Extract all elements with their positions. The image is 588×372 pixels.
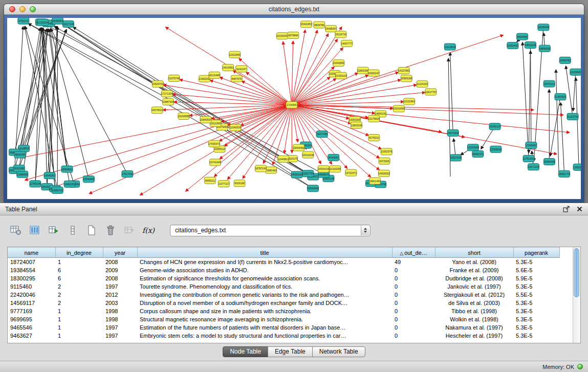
column-header-year[interactable]: year	[103, 248, 137, 258]
network-edge[interactable]	[292, 105, 570, 133]
network-node[interactable]: 10351465	[507, 42, 518, 49]
network-node[interactable]: 17517492	[122, 170, 133, 177]
network-node[interactable]: 18569832	[61, 166, 73, 172]
network-edge[interactable]	[292, 73, 358, 105]
network-node[interactable]: 12152668	[467, 144, 478, 151]
scrollbar-thumb[interactable]	[574, 248, 579, 297]
network-node[interactable]: 8808789	[314, 21, 325, 28]
network-edge[interactable]	[28, 24, 313, 188]
network-node[interactable]: 18491779	[559, 170, 570, 177]
network-node[interactable]: 16206685	[178, 113, 189, 119]
network-node[interactable]: 8487579	[231, 75, 242, 82]
network-node[interactable]: 22527618	[450, 155, 461, 161]
network-node[interactable]: 14067777	[341, 40, 352, 47]
column-header-in-degree[interactable]: in_degree	[55, 248, 103, 258]
network-node[interactable]: 10113793	[567, 113, 578, 120]
network-node[interactable]: 11224320	[417, 81, 428, 87]
dropdown-stepper-icon[interactable]	[361, 226, 369, 235]
network-node[interactable]: 21333324	[37, 19, 49, 26]
network-edge[interactable]	[283, 41, 292, 105]
network-node[interactable]: 12686858	[17, 171, 28, 178]
network-edge[interactable]	[529, 45, 530, 153]
network-node[interactable]: 8373605	[379, 158, 390, 164]
network-node[interactable]: 10669406	[543, 158, 555, 165]
tab-edge-table[interactable]: Edge Table	[268, 346, 313, 357]
network-edge[interactable]	[522, 42, 529, 159]
table-row[interactable]: 1938455462009Genome-wide association stu…	[8, 266, 559, 274]
network-node[interactable]: 18050371	[472, 150, 484, 157]
table-row[interactable]: 1830029562008Estimation of significance …	[8, 274, 559, 282]
table-scrollbar[interactable]	[573, 247, 580, 343]
network-edge[interactable]	[50, 27, 57, 176]
network-node[interactable]: 20070212	[543, 80, 555, 87]
column-header-name[interactable]: name	[8, 248, 55, 258]
network-node[interactable]: 16116716	[335, 31, 346, 38]
zoom-button[interactable]	[30, 6, 36, 12]
network-edge[interactable]	[292, 35, 504, 105]
network-node[interactable]: 12780146	[30, 181, 41, 187]
network-node[interactable]: 15001699	[393, 105, 404, 112]
network-node[interactable]: 14828252	[378, 170, 389, 177]
minimize-button[interactable]	[19, 6, 26, 12]
network-node[interactable]: 22175828	[368, 115, 379, 122]
network-edge[interactable]	[550, 97, 560, 156]
column-header-short[interactable]: short	[435, 248, 513, 258]
network-edge[interactable]	[23, 29, 48, 174]
network-node[interactable]: 22232863	[403, 98, 415, 105]
network-node[interactable]: 21053103	[335, 72, 346, 79]
network-node[interactable]: 9141047	[236, 65, 247, 72]
network-node[interactable]: 8965311	[204, 177, 215, 184]
network-edge[interactable]	[292, 30, 306, 105]
network-node[interactable]: 22809386	[357, 67, 368, 74]
close-button[interactable]	[9, 6, 15, 12]
table-row[interactable]: 911546021997Tourette syndrome. Phenomeno…	[8, 282, 559, 291]
table-row[interactable]: 2242004622012Investigating the contribut…	[8, 291, 559, 299]
network-node[interactable]: 18787242	[255, 165, 266, 172]
network-node[interactable]: 10375748	[168, 75, 180, 82]
network-node[interactable]: 14816239	[525, 42, 536, 49]
network-node[interactable]: 13925931	[573, 164, 581, 170]
edit-table-button[interactable]	[47, 224, 60, 237]
network-node[interactable]: 15582849	[307, 185, 318, 192]
network-edge[interactable]	[73, 27, 313, 177]
network-node[interactable]: 24801491	[369, 178, 380, 184]
network-node[interactable]: 8278210	[368, 135, 380, 141]
tab-node-table[interactable]: Node Table	[223, 346, 268, 357]
network-node[interactable]: 9818358	[14, 151, 26, 158]
network-edge[interactable]	[51, 29, 89, 179]
network-node[interactable]: 18890659	[539, 45, 550, 52]
network-node[interactable]: 16555165	[291, 171, 302, 178]
network-node[interactable]: 19083051	[64, 181, 75, 187]
delete-column-button[interactable]	[104, 224, 117, 237]
network-node[interactable]: 15056463	[52, 18, 63, 24]
network-node[interactable]: 23267754	[302, 170, 314, 177]
network-node[interactable]: 12022860	[229, 51, 240, 58]
network-edge[interactable]	[573, 72, 576, 111]
network-node[interactable]: 14722671	[345, 169, 357, 176]
network-node[interactable]: 16360247	[368, 70, 379, 76]
table-row[interactable]: 946554611997Estimation of the future num…	[8, 323, 559, 332]
row-selector-button[interactable]	[66, 224, 79, 237]
network-node[interactable]: 15477455	[316, 131, 328, 138]
network-node[interactable]: 1724940	[286, 102, 297, 108]
network-node[interactable]: 16035496	[538, 24, 549, 31]
network-edge[interactable]	[62, 24, 313, 189]
network-node[interactable]: 11751900	[523, 155, 534, 162]
network-node[interactable]: 15402453	[300, 21, 312, 28]
table-row[interactable]: 1872400712008Changes of HCN gene express…	[8, 258, 559, 267]
network-node[interactable]: 10163258	[330, 166, 341, 172]
show-columns-button[interactable]	[28, 224, 41, 237]
network-node[interactable]: 8332288	[13, 165, 25, 171]
network-edge[interactable]	[219, 105, 292, 141]
network-node[interactable]: 19494491	[293, 144, 304, 151]
network-node[interactable]: 12040939	[230, 124, 241, 131]
network-node[interactable]: 14327882	[398, 67, 409, 74]
tab-network-table[interactable]: Network Table	[312, 346, 365, 357]
table-row[interactable]: 946362711997Embryonic stem cells: a mode…	[8, 332, 559, 340]
network-node[interactable]: 10887409	[162, 98, 173, 105]
network-node[interactable]: 24999782	[559, 57, 571, 63]
network-node[interactable]: 15840937	[200, 116, 211, 123]
network-node[interactable]: 14078312	[151, 107, 163, 114]
network-node[interactable]: 13805339	[351, 122, 362, 128]
float-window-icon[interactable]	[562, 206, 570, 213]
